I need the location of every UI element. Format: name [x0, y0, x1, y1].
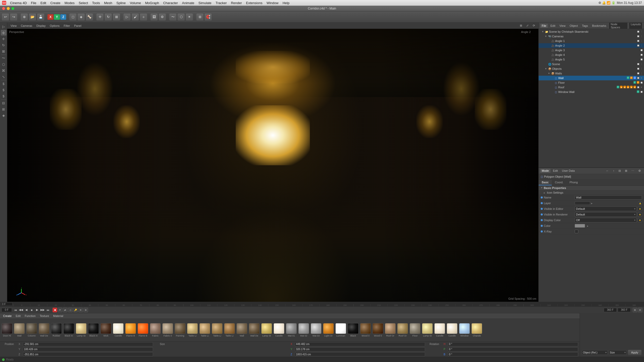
- node-spaces-dropdown[interactable]: Node Spaces: [609, 23, 628, 30]
- mat-slot-5[interactable]: Black In: [63, 323, 74, 337]
- props-more2[interactable]: ⋯: [630, 169, 636, 173]
- viewport-display-btn[interactable]: Display: [35, 24, 47, 28]
- obj-v2[interactable]: ⋮: [640, 67, 643, 70]
- wall-tag2[interactable]: P: [630, 76, 633, 79]
- motion-btn[interactable]: ≋: [78, 308, 83, 312]
- record-btn[interactable]: ⏺: [53, 308, 57, 312]
- menu-tools[interactable]: Tools: [90, 1, 102, 5]
- mat-slot-9[interactable]: Candle: [113, 323, 124, 337]
- tree-item-walls[interactable]: ▼ 📦 Walls 🔲 ⋮: [539, 71, 644, 76]
- timeline-btn2[interactable]: ⊟: [638, 308, 642, 312]
- walls-expand[interactable]: ▼: [547, 72, 550, 75]
- sidebar-deform-icon[interactable]: ⤡: [1, 74, 6, 80]
- wall-expand[interactable]: ▸: [550, 76, 554, 80]
- scene-expand[interactable]: ▼: [541, 30, 544, 33]
- vis-editor-dropdown[interactable]: Default ▾: [575, 206, 637, 211]
- loop-btn[interactable]: ⟳: [58, 308, 62, 312]
- axis-y-btn[interactable]: Y: [54, 14, 60, 20]
- axis-z-btn[interactable]: Z: [60, 14, 66, 20]
- tree-item-angle4[interactable]: ▸ 🎥 Angle 4 🔲: [539, 53, 644, 57]
- save-btn[interactable]: 💾: [37, 13, 45, 21]
- mat-slot-17[interactable]: Table Li: [212, 323, 223, 337]
- mat-create-tab[interactable]: Create: [2, 314, 13, 318]
- om-edit-tab[interactable]: Edit: [549, 24, 557, 28]
- mat-edit-tab[interactable]: Edit: [14, 314, 22, 318]
- a1-v1[interactable]: 🔲: [637, 39, 640, 42]
- vis-render-lock[interactable]: 🔒: [638, 212, 642, 217]
- tree-item-angle3[interactable]: ▸ 🎥 Angle 3 🔲: [539, 48, 644, 53]
- viewport-sync-btn[interactable]: ⟳: [531, 23, 536, 28]
- mat-slot-36[interactable]: Candle: [447, 323, 457, 337]
- sidebar-nurbs-icon[interactable]: ⌘: [1, 68, 6, 73]
- props-nav-up[interactable]: ↑: [612, 169, 616, 173]
- tree-item-angle2[interactable]: ▸ 🎥 Angle 2 🔲 ⋮: [539, 43, 644, 48]
- props-coord-tab[interactable]: Coord.: [552, 180, 566, 185]
- cameras-expand[interactable]: ▼: [544, 35, 547, 38]
- layouts-dropdown[interactable]: Layouts: [629, 23, 642, 30]
- sidebar-tag-icon[interactable]: ⊞: [1, 106, 6, 112]
- props-mode-tab[interactable]: Mode: [540, 169, 550, 173]
- mat-slot-13[interactable]: Fabric 0: [162, 323, 173, 337]
- mat-slot-21[interactable]: Lamp St: [261, 323, 272, 337]
- sidebar-select-icon[interactable]: ⊹: [1, 30, 6, 36]
- sidebar-spline-icon[interactable]: 〜: [1, 55, 6, 61]
- a4-v1[interactable]: 🔲: [640, 53, 643, 56]
- prev-key-btn[interactable]: ◀◀: [18, 307, 23, 313]
- viewport-options-btn[interactable]: Options: [48, 24, 61, 28]
- tree-item-wall[interactable]: ▸ ◻ Wall T P U 🔲 ✕: [539, 76, 644, 80]
- menu-mograph[interactable]: MoGraph: [143, 1, 161, 5]
- play-reverse-btn[interactable]: ◀: [24, 307, 29, 313]
- props-filter[interactable]: ⊟: [617, 169, 622, 173]
- frame-scrubber[interactable]: 0 10 20 30 40 50 60 70 80 90 100 110 120…: [13, 302, 643, 306]
- mat-slot-12[interactable]: Fabric: [150, 323, 161, 337]
- a2-v2[interactable]: ⋮: [640, 44, 643, 47]
- roof-tag3[interactable]: ▲: [623, 86, 626, 88]
- mat-slot-32[interactable]: Roof Or: [397, 323, 408, 337]
- menu-cinema4d[interactable]: Cinema 4D: [8, 1, 29, 5]
- mat-slot-37[interactable]: Window: [459, 323, 470, 337]
- mat-slot-7[interactable]: Black In: [88, 323, 99, 337]
- cameras-vis1[interactable]: 🔲: [637, 35, 640, 38]
- texture-mode-btn[interactable]: ◈: [77, 13, 85, 21]
- angle5-expand[interactable]: ▸: [547, 58, 550, 61]
- timeline-btn1[interactable]: ⊞: [633, 308, 637, 312]
- name-input[interactable]: [575, 195, 642, 200]
- mat-slot-6[interactable]: Lamp St: [76, 323, 87, 337]
- xray-checkbox[interactable]: [575, 230, 578, 233]
- sidebar-poly-icon[interactable]: ⬡: [1, 62, 6, 67]
- viewport-cameras-btn[interactable]: Cameras: [20, 24, 34, 28]
- mat-slot-22[interactable]: Candle: [274, 323, 284, 337]
- sidebar-layer-icon[interactable]: ⊟: [1, 100, 6, 106]
- axis-x-btn[interactable]: X: [47, 14, 54, 20]
- props-nav-back[interactable]: ←: [605, 169, 611, 173]
- color-arrow[interactable]: ▸: [587, 225, 588, 227]
- color-swatch[interactable]: [575, 224, 585, 228]
- mat-texture-tab[interactable]: Texture: [38, 314, 50, 318]
- new-btn[interactable]: ⊕: [20, 13, 28, 21]
- sidebar-move-icon[interactable]: ✛: [1, 36, 6, 42]
- menu-simulate[interactable]: Simulate: [197, 1, 213, 5]
- tree-item-windowwall[interactable]: ▸ ◻ Window Wall T 🔲: [539, 90, 644, 94]
- mat-slot-0[interactable]: Door Hi: [2, 323, 12, 337]
- ww-tag1[interactable]: T: [637, 90, 639, 93]
- pos-x-input[interactable]: [23, 342, 153, 346]
- size-y-input[interactable]: [295, 347, 425, 351]
- roof-tag1[interactable]: T: [617, 86, 619, 88]
- layer-lock[interactable]: 🔒: [638, 201, 642, 205]
- a1-v2[interactable]: ⋮: [640, 39, 643, 42]
- om-view-tab[interactable]: View: [558, 24, 567, 28]
- mat-slot-18[interactable]: Table Li: [224, 323, 235, 337]
- om-file-tab[interactable]: File: [540, 24, 548, 28]
- wall-v1[interactable]: 🔲: [637, 76, 640, 80]
- sculpt-btn[interactable]: ⟡: [140, 13, 147, 21]
- go-end-btn[interactable]: ⏭: [45, 307, 50, 313]
- move-btn[interactable]: ✛: [96, 13, 104, 21]
- undo-btn[interactable]: ↩: [2, 13, 9, 21]
- mat-slot-2[interactable]: Column: [26, 323, 37, 337]
- cameras-vis2[interactable]: ⋮: [640, 35, 643, 38]
- mat-slot-10[interactable]: Flame B: [125, 323, 136, 337]
- om-bookmarks-tab[interactable]: Bookmarks: [590, 24, 608, 28]
- floor-v1[interactable]: 🔲: [640, 81, 643, 84]
- props-edit-tab[interactable]: Edit: [552, 169, 560, 173]
- menu-spline[interactable]: Spline: [115, 1, 128, 5]
